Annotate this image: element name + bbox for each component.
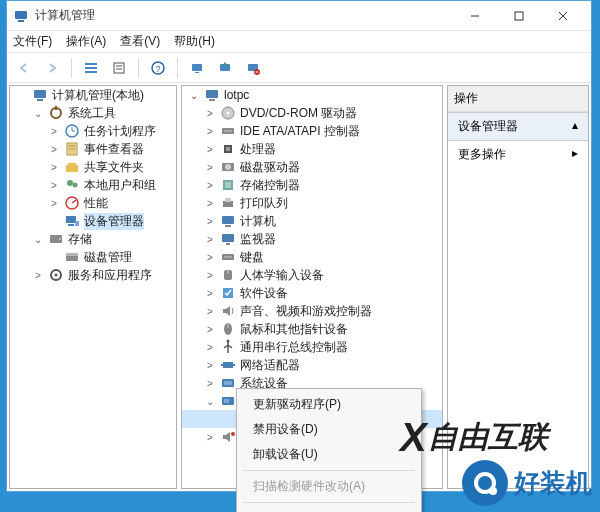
expand-icon[interactable]: > [48,162,60,173]
svg-rect-60 [225,225,231,227]
expand-icon[interactable]: > [204,198,216,209]
expand-icon[interactable]: > [48,198,60,209]
left-tree-label: 本地用户和组 [84,177,156,194]
monitor-icon [220,231,236,247]
device-tree-row[interactable]: >存储控制器 [182,176,442,194]
expand-icon[interactable]: > [204,252,216,263]
expand-icon[interactable]: > [204,162,216,173]
perf-icon [64,195,80,211]
scan-button[interactable] [186,57,208,79]
expand-icon[interactable]: > [204,126,216,137]
device-tree-row[interactable]: >IDE ATA/ATAPI 控制器 [182,122,442,140]
show-tree-button[interactable] [80,57,102,79]
expand-icon[interactable]: > [204,144,216,155]
device-tree-row[interactable]: ⌄lotpc [182,86,442,104]
device-tree-label: 处理器 [240,141,276,158]
device-tree-label: 计算机 [240,213,276,230]
svg-rect-15 [195,72,199,73]
expand-icon[interactable]: > [204,360,216,371]
device-tree-row[interactable]: >计算机 [182,212,442,230]
cpu-icon [220,141,236,157]
device-tree-row[interactable]: >监视器 [182,230,442,248]
left-tree-row[interactable]: >性能 [10,194,176,212]
expand-icon[interactable]: > [204,180,216,191]
svg-rect-59 [222,216,234,224]
svg-line-35 [72,200,76,203]
left-tree-row[interactable]: 计算机管理(本地) [10,86,176,104]
disk-icon [64,249,80,265]
svg-rect-46 [209,99,215,101]
context-menu[interactable]: 更新驱动程序(P)禁用设备(D)卸载设备(U)扫描检测硬件改动(A)属性(R) [236,388,422,512]
left-tree-row[interactable]: >任务计划程序 [10,122,176,140]
device-tree-row[interactable]: >通用串行总线控制器 [182,338,442,356]
menubar: 文件(F) 操作(A) 查看(V) 帮助(H) [7,31,591,53]
minimize-button[interactable] [453,2,497,30]
maximize-button[interactable] [497,2,541,30]
properties-button[interactable] [108,57,130,79]
expand-icon[interactable]: > [204,432,216,443]
menu-file[interactable]: 文件(F) [13,33,52,50]
close-button[interactable] [541,2,585,30]
device-tree-row[interactable]: >打印队列 [182,194,442,212]
svg-point-33 [73,183,78,188]
left-tree-row[interactable]: ⌄系统工具 [10,104,176,122]
pc-icon [220,213,236,229]
device-tree-row[interactable]: >处理器 [182,140,442,158]
context-menu-item[interactable]: 禁用设备(D) [239,417,419,442]
expand-icon[interactable]: > [204,216,216,227]
back-button[interactable] [13,57,35,79]
context-menu-item[interactable]: 属性(R) [239,506,419,512]
update-button[interactable] [214,57,236,79]
expand-icon[interactable]: > [204,306,216,317]
context-menu-item[interactable]: 更新驱动程序(P) [239,392,419,417]
device-tree-row[interactable]: >磁盘驱动器 [182,158,442,176]
menu-help[interactable]: 帮助(H) [174,33,215,50]
device-tree-row[interactable]: >键盘 [182,248,442,266]
device-tree-row[interactable]: >软件设备 [182,284,442,302]
collapse-icon[interactable]: ⌄ [32,108,44,119]
device-tree-row[interactable]: >DVD/CD-ROM 驱动器 [182,104,442,122]
svg-rect-36 [66,216,76,223]
svg-rect-38 [75,221,79,226]
expand-icon[interactable]: > [204,108,216,119]
left-tree-row[interactable]: ⌄存储 [10,230,176,248]
menu-action[interactable]: 操作(A) [66,33,106,50]
device-tree-label: lotpc [224,88,249,102]
sys-icon [220,375,236,391]
device-tree-row[interactable]: >鼠标和其他指针设备 [182,320,442,338]
device-tree-row[interactable]: >网络适配器 [182,356,442,374]
collapse-icon[interactable]: ⌄ [188,90,200,101]
context-menu-item[interactable]: 卸载设备(U) [239,442,419,467]
expand-icon[interactable]: > [204,288,216,299]
device-tree-label: 人体学输入设备 [240,267,324,284]
window-title: 计算机管理 [35,7,453,24]
expand-icon[interactable]: > [204,378,216,389]
forward-button[interactable] [41,57,63,79]
actions-more[interactable]: 更多操作 ▸ [448,141,588,168]
expand-icon[interactable]: > [204,342,216,353]
expand-icon[interactable]: > [48,144,60,155]
left-tree-row[interactable]: 设备管理器 [10,212,176,230]
expand-icon[interactable]: > [204,324,216,335]
help-button[interactable]: ? [147,57,169,79]
collapse-icon[interactable]: ⌄ [204,396,216,407]
actions-section[interactable]: 设备管理器 ▴ [448,112,588,141]
uninstall-button[interactable] [242,57,264,79]
left-tree-row[interactable]: >服务和应用程序 [10,266,176,284]
left-tree-row[interactable]: >共享文件夹 [10,158,176,176]
expand-icon[interactable]: > [48,126,60,137]
expand-icon[interactable]: > [32,270,44,281]
device-tree-row[interactable]: >声音、视频和游戏控制器 [182,302,442,320]
expand-icon[interactable]: > [204,270,216,281]
expand-icon[interactable]: > [48,180,60,191]
expand-icon[interactable]: > [204,234,216,245]
left-tree-row[interactable]: 磁盘管理 [10,248,176,266]
collapse-icon[interactable]: ⌄ [32,234,44,245]
device-tree-row[interactable]: >人体学输入设备 [182,266,442,284]
left-tree-row[interactable]: >事件查看器 [10,140,176,158]
svg-point-80 [231,432,235,436]
left-tree-row[interactable]: >本地用户和组 [10,176,176,194]
ide-icon [220,123,236,139]
left-tree-panel[interactable]: 计算机管理(本地)⌄系统工具>任务计划程序>事件查看器>共享文件夹>本地用户和组… [9,85,177,489]
menu-view[interactable]: 查看(V) [120,33,160,50]
